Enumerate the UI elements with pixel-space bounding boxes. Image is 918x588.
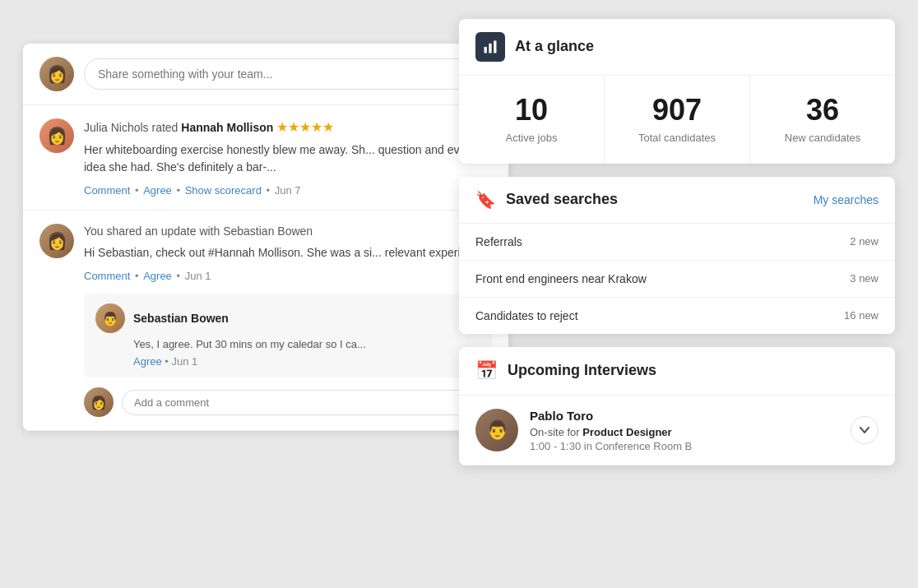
feed-item-1: 👩 Julia Nichols rated Hannah Mollison ★★… <box>23 105 508 211</box>
pablo-avatar: 👨 <box>475 409 518 451</box>
interview-time: 1:00 - 1:30 in Conference Room B <box>530 440 839 452</box>
search-name-3: Candidates to reject <box>475 309 578 322</box>
nested-reply: 👨 Sebastian Bowen Yes, I agree. Put 30 m… <box>84 294 492 377</box>
feed-card: 👩 👩 Julia Nichols rated Hannah Mollison … <box>23 44 508 432</box>
feed-meta-1: Julia Nichols rated Hannah Mollison ★★★★… <box>84 118 492 137</box>
feed-text-2: Hi Sebastian, check out #Hannah Mollison… <box>84 244 492 262</box>
add-comment-input[interactable] <box>122 390 492 415</box>
user-avatar-2: 👩 <box>39 224 74 258</box>
search-badge-1: 2 new <box>850 235 879 248</box>
at-glance-widget: At a glance 10 Active jobs 907 Total can… <box>459 19 895 164</box>
active-jobs-label: Active jobs <box>475 132 587 144</box>
interviews-title: Upcoming Interviews <box>508 362 656 379</box>
feed-item-2: 👩 You shared an update with Sebastian Bo… <box>23 211 508 432</box>
agree-link-2[interactable]: Agree <box>143 270 172 282</box>
feed-meta-2: You shared an update with Sebastian Bowe… <box>84 224 492 240</box>
feed-header: 👩 <box>23 44 508 105</box>
reply-actions: Agree • Jun 1 <box>133 355 480 368</box>
search-row-1[interactable]: Referrals 2 new <box>459 224 895 261</box>
search-row-3[interactable]: Candidates to reject 16 new <box>459 298 895 334</box>
commenter-avatar: 👩 <box>84 387 114 417</box>
at-glance-header: At a glance <box>459 19 895 76</box>
right-panel: At a glance 10 Active jobs 907 Total can… <box>459 19 895 479</box>
saved-searches-title: Saved searches <box>506 191 804 208</box>
comment-link-1[interactable]: Comment <box>84 184 130 197</box>
show-scorecard-link[interactable]: Show scorecard <box>185 184 262 197</box>
reply-text: Yes, I agree. Put 30 mins on my caledar … <box>133 338 480 350</box>
search-row-2[interactable]: Front end engineers near Krakow 3 new <box>459 261 895 298</box>
new-candidates-stat: 36 New candidates <box>750 76 895 164</box>
active-jobs-number: 10 <box>475 95 587 125</box>
svg-rect-2 <box>494 40 496 53</box>
search-name-1: Referrals <box>475 235 522 248</box>
search-name-2: Front end engineers near Krakow <box>475 272 647 285</box>
julia-avatar: 👩 <box>39 118 74 153</box>
saved-searches-header: 🔖 Saved searches My searches <box>459 177 895 224</box>
interview-role: On-site for Product Designer <box>530 426 839 438</box>
interview-info: Pablo Toro On-site for Product Designer … <box>530 409 839 452</box>
rating-stars: ★★★★★ <box>276 120 334 134</box>
interview-item-1: 👨 Pablo Toro On-site for Product Designe… <box>459 396 895 465</box>
calendar-icon: 📅 <box>475 360 498 382</box>
saved-searches-list: Referrals 2 new Front end engineers near… <box>459 224 895 334</box>
current-user-avatar: 👩 <box>39 57 74 91</box>
total-candidates-stat: 907 Total candidates <box>605 76 750 164</box>
total-candidates-number: 907 <box>621 95 733 125</box>
interviews-widget: 📅 Upcoming Interviews 👨 Pablo Toro On-si… <box>459 347 895 465</box>
bookmark-icon: 🔖 <box>475 190 496 210</box>
search-badge-2: 3 new <box>850 272 879 285</box>
interviews-header: 📅 Upcoming Interviews <box>459 347 895 396</box>
agree-link-reply[interactable]: Agree <box>133 355 162 368</box>
interviewee-name: Pablo Toro <box>530 409 839 423</box>
feed-actions-1: Comment • Agree • Show scorecard • Jun 7 <box>84 184 492 197</box>
bar-chart-icon <box>475 32 505 62</box>
comment-link-2[interactable]: Comment <box>84 270 130 282</box>
share-input[interactable] <box>84 58 492 90</box>
total-candidates-label: Total candidates <box>621 132 733 144</box>
sebastian-avatar: 👨 <box>95 303 125 333</box>
active-jobs-stat: 10 Active jobs <box>459 76 605 164</box>
my-searches-link[interactable]: My searches <box>814 193 879 206</box>
at-glance-stats: 10 Active jobs 907 Total candidates 36 N… <box>459 76 895 164</box>
agree-link-1[interactable]: Agree <box>143 184 172 197</box>
saved-searches-widget: 🔖 Saved searches My searches Referrals 2… <box>459 177 895 334</box>
new-candidates-label: New candidates <box>767 132 879 144</box>
feed-actions-2: Comment • Agree • Jun 1 <box>84 270 492 282</box>
svg-rect-1 <box>489 43 491 53</box>
search-badge-3: 16 new <box>844 309 879 322</box>
at-glance-title: At a glance <box>515 38 594 55</box>
svg-rect-0 <box>484 47 487 53</box>
add-comment-row: 👩 <box>84 387 492 417</box>
reply-author-name: Sebastian Bowen <box>133 312 229 325</box>
expand-interview-button[interactable] <box>851 416 879 444</box>
feed-text-1: Her whiteboarding exercise honestly blew… <box>84 141 492 176</box>
new-candidates-number: 36 <box>767 95 879 125</box>
